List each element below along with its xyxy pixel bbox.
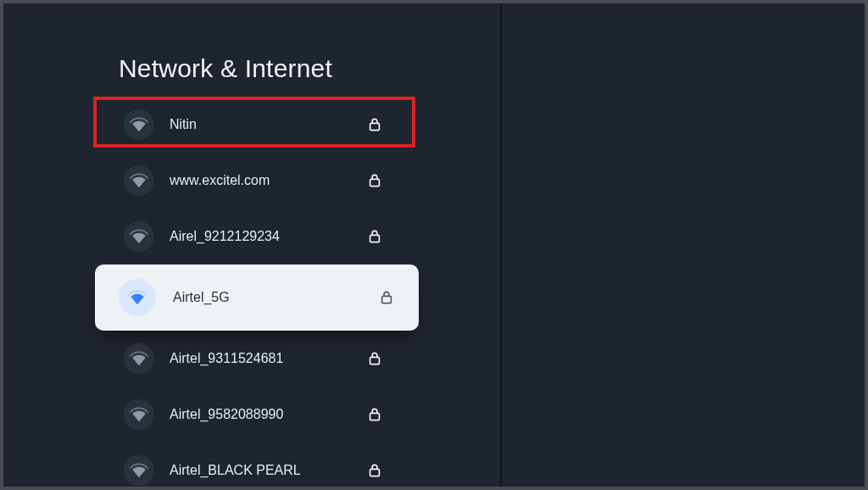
wifi-icon-wrap xyxy=(124,165,154,196)
lock-icon-wrap xyxy=(366,172,383,189)
wifi-icon xyxy=(130,227,148,246)
wifi-network-item[interactable]: Airel_9212129234 xyxy=(3,209,500,264)
svg-rect-4 xyxy=(370,357,380,364)
wifi-icon-wrap xyxy=(124,343,154,374)
page-title: Network & Internet xyxy=(3,54,500,83)
lock-icon xyxy=(366,350,383,367)
lock-icon-wrap xyxy=(366,406,383,423)
wifi-network-name: Airtel_9311524681 xyxy=(170,351,500,366)
svg-rect-0 xyxy=(370,123,380,130)
settings-screen: Network & Internet Nitin www.excitel.com… xyxy=(3,3,865,487)
lock-icon xyxy=(366,116,383,133)
svg-rect-1 xyxy=(370,179,380,186)
wifi-network-name: Airel_9212129234 xyxy=(170,229,500,244)
lock-icon-wrap xyxy=(366,228,383,245)
lock-icon-wrap xyxy=(378,289,395,306)
wifi-icon xyxy=(130,405,148,424)
lock-icon xyxy=(366,406,383,423)
wifi-icon-wrap xyxy=(119,279,156,316)
wifi-icon-wrap xyxy=(124,399,154,430)
wifi-network-name: Nitin xyxy=(170,117,500,132)
svg-rect-5 xyxy=(370,413,380,420)
lock-icon xyxy=(366,172,383,189)
wifi-icon xyxy=(130,349,148,368)
lock-icon xyxy=(366,462,383,479)
lock-icon xyxy=(378,289,395,306)
wifi-network-name: www.excitel.com xyxy=(170,173,500,188)
lock-icon-wrap xyxy=(366,116,383,133)
wifi-icon-wrap xyxy=(124,221,154,252)
svg-rect-3 xyxy=(382,296,392,303)
lock-icon-wrap xyxy=(366,462,383,479)
lock-icon xyxy=(366,228,383,245)
wifi-network-item[interactable]: Nitin xyxy=(3,97,500,153)
wifi-network-name: Airtel_9582088990 xyxy=(170,407,500,422)
wifi-icon xyxy=(130,171,148,190)
wifi-network-item[interactable]: Airtel_9582088990 xyxy=(3,387,500,443)
wifi-network-item[interactable]: www.excitel.com xyxy=(3,153,500,209)
wifi-icon-wrap xyxy=(124,109,154,140)
svg-rect-6 xyxy=(370,469,380,476)
wifi-network-item[interactable]: Airtel_5G xyxy=(95,264,419,331)
wifi-network-item[interactable]: Airtel_9311524681 xyxy=(3,331,500,387)
wifi-network-item[interactable]: Airtel_BLACK PEARL xyxy=(3,443,500,487)
wifi-network-list: Nitin www.excitel.com Airel_9212129234 A… xyxy=(3,97,500,487)
wifi-icon xyxy=(128,288,147,307)
wifi-icon xyxy=(130,461,148,480)
wifi-network-name: Airtel_BLACK PEARL xyxy=(170,463,500,478)
wifi-icon xyxy=(130,115,148,134)
network-settings-pane: Network & Internet Nitin www.excitel.com… xyxy=(3,3,502,487)
svg-rect-2 xyxy=(370,235,380,242)
lock-icon-wrap xyxy=(366,350,383,367)
wifi-icon-wrap xyxy=(124,455,154,486)
